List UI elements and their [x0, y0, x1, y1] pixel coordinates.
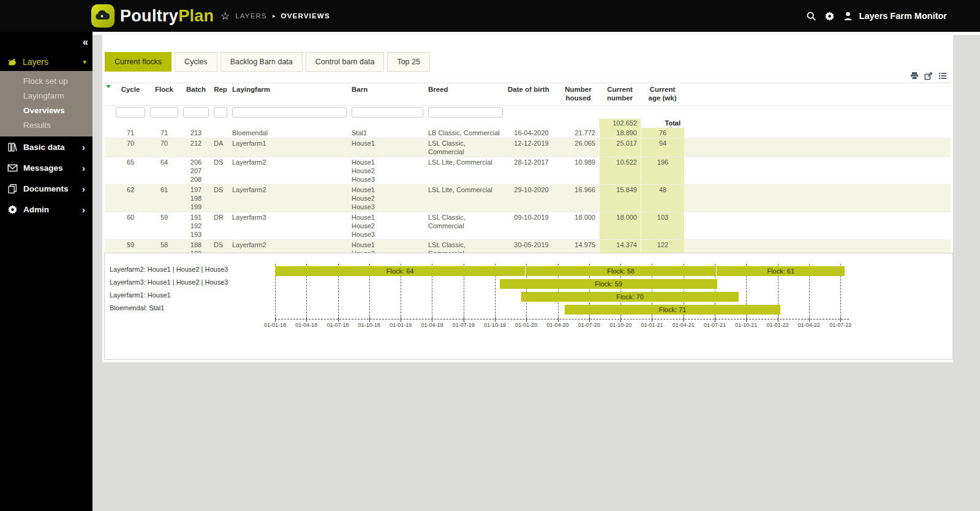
tab-backlog-barn-data[interactable]: Backlog Barn data: [221, 52, 303, 72]
cell-flock: 59: [148, 212, 181, 222]
main-panel: Current flocksCyclesBacklog Barn dataCon…: [102, 35, 953, 362]
user-name[interactable]: Layers Farm Monitor: [859, 11, 947, 21]
gantt-bar-flock-58[interactable]: Flock: 58: [526, 266, 716, 276]
total-empty-cell: [426, 119, 505, 120]
filter-cell-flock: [148, 106, 181, 118]
tab-top-25[interactable]: Top 25: [387, 52, 430, 72]
column-header-rep[interactable]: Rep: [211, 83, 230, 105]
gantt-bar-flock-61[interactable]: Flock: 61: [717, 266, 845, 276]
sidebar-item-basic-data[interactable]: Basic data ›: [0, 136, 92, 157]
filter-rep-input[interactable]: [214, 107, 227, 117]
cell-current_age: 76: [641, 128, 684, 138]
flocks-table: CycleFlockBatchRepLayingfarmBarnBreedDat…: [105, 83, 951, 267]
star-icon[interactable]: ☆: [221, 11, 230, 21]
sidebar-item-overviews[interactable]: Overviews: [0, 103, 92, 118]
filter-cell-layingfarm: [230, 106, 349, 118]
column-header-batch[interactable]: Batch: [181, 83, 211, 105]
gantt-tick: [526, 317, 527, 322]
list-icon[interactable]: [938, 72, 947, 80]
filter-row: [105, 106, 951, 119]
gantt-tick-label: 01-10-19: [484, 322, 506, 328]
filter-barn-input[interactable]: [352, 107, 423, 117]
filter-cell-cycle: [113, 106, 148, 118]
print-icon[interactable]: [910, 72, 919, 80]
sidebar-item-layingfarm[interactable]: Layingfarm: [0, 89, 92, 103]
filter-breed-input[interactable]: [428, 107, 503, 117]
table-row[interactable]: 7171213BloemendalStal1LB Classic, Commer…: [105, 128, 951, 138]
cell-cycle: 71: [113, 128, 148, 138]
chevron-right-icon: ›: [82, 143, 85, 152]
gantt-tick: [558, 317, 559, 322]
table-row[interactable]: 6261197198199DSLayerfarm2House1House2Hou…: [105, 185, 951, 212]
filter-empty-cell: [599, 112, 641, 113]
column-header-breed[interactable]: Breed: [426, 83, 505, 105]
column-header-flock[interactable]: Flock: [148, 83, 181, 105]
gantt-tick: [338, 317, 339, 322]
filter-batch-input[interactable]: [183, 107, 209, 117]
pages-icon: [7, 184, 18, 194]
table-row[interactable]: 6059191192193DRLayerfarm3House1House2Hou…: [105, 212, 951, 240]
gantt-bar-flock-71[interactable]: Flock: 71: [565, 305, 780, 315]
sidebar-item-documents[interactable]: Documents ›: [0, 178, 92, 199]
column-header-cycle[interactable]: Cycle: [113, 83, 148, 105]
tabs: Current flocksCyclesBacklog Barn dataCon…: [105, 52, 430, 72]
sidebar-item-layers[interactable]: Layers ▾: [0, 53, 92, 71]
total-empty-cell: [105, 119, 113, 120]
breadcrumb-section[interactable]: LAYERS: [235, 12, 267, 20]
cell-barn: House1House2House3: [349, 185, 426, 212]
gantt-tick: [495, 317, 496, 322]
total-empty-cell: [505, 119, 557, 120]
sidebar-item-flock-set-up[interactable]: Flock set up: [0, 74, 92, 89]
cell-current_number: 10.522: [599, 157, 641, 184]
cell-rep: DS: [211, 185, 230, 195]
filter-cycle-input[interactable]: [116, 107, 145, 117]
filter-cell-rep: [211, 106, 230, 118]
tab-control-barn-data[interactable]: Control barn data: [306, 52, 385, 72]
sidebar-item-results[interactable]: Results: [0, 118, 92, 133]
cell-rep: DR: [211, 212, 230, 222]
logo-text: PoultryPlan: [120, 7, 214, 26]
total-filler: [684, 119, 951, 120]
tab-cycles[interactable]: Cycles: [175, 52, 217, 72]
cell-date_of_birth: 16-04-2020: [505, 128, 557, 138]
filter-layingfarm-input[interactable]: [232, 107, 347, 117]
column-header-current-number[interactable]: Current number: [599, 83, 641, 105]
row-filler-cell: [684, 128, 951, 129]
cell-layingfarm: Bloemendal: [230, 128, 349, 138]
cell-barn: Stal1: [349, 128, 426, 138]
gantt-tick-label: 01-10-20: [609, 322, 631, 328]
sidebar-item-admin[interactable]: Admin ›: [0, 199, 92, 220]
gantt-tick: [840, 317, 841, 322]
cell-current_age: 196: [641, 157, 684, 184]
gantt-tick-label: 01-07-20: [578, 322, 600, 328]
table-row[interactable]: 7070212DALayerfarm1House1LSL Classic, Co…: [105, 138, 951, 157]
total-row: 102.652Total: [105, 119, 951, 128]
gantt-tick-label: 01-07-18: [327, 322, 349, 328]
column-header-current-age-wk[interactable]: Current age (wk): [641, 83, 684, 105]
gantt-bar-flock-64[interactable]: Flock: 64: [275, 266, 525, 276]
sidebar-collapse-icon[interactable]: «: [83, 37, 88, 48]
export-icon[interactable]: [924, 72, 933, 80]
cell-rep: [211, 128, 230, 129]
breadcrumb-page: OVERVIEWS: [281, 12, 330, 20]
gantt-tick: [401, 317, 401, 322]
gantt-tick-label: 01-04-21: [673, 322, 695, 328]
total-empty-cell: [349, 119, 426, 120]
gantt-bar-flock-70[interactable]: Flock: 70: [521, 292, 739, 302]
column-header-date-of-birth[interactable]: Date of birth: [505, 83, 557, 105]
column-header-layingfarm[interactable]: Layingfarm: [230, 83, 349, 105]
user-icon[interactable]: [843, 11, 853, 21]
cell-barn: House1House2House3: [349, 212, 426, 239]
column-header-barn[interactable]: Barn: [349, 83, 426, 105]
sidebar-item-messages[interactable]: Messages ›: [0, 157, 92, 178]
gantt-bar-flock-59[interactable]: Flock: 59: [500, 279, 717, 289]
row-expander-cell: [105, 212, 113, 214]
app-logo[interactable]: PoultryPlan: [91, 4, 214, 28]
settings-gear-icon[interactable]: [824, 11, 835, 21]
search-icon[interactable]: [806, 11, 816, 21]
table-row[interactable]: 6564206207208DSLayerfarm2House1House2Hou…: [105, 157, 951, 185]
filter-flock-input[interactable]: [150, 107, 178, 117]
tab-current-flocks[interactable]: Current flocks: [105, 52, 172, 72]
gantt-tick-label: 01-04-20: [547, 322, 569, 328]
column-header-number-housed[interactable]: Number housed: [557, 83, 599, 105]
